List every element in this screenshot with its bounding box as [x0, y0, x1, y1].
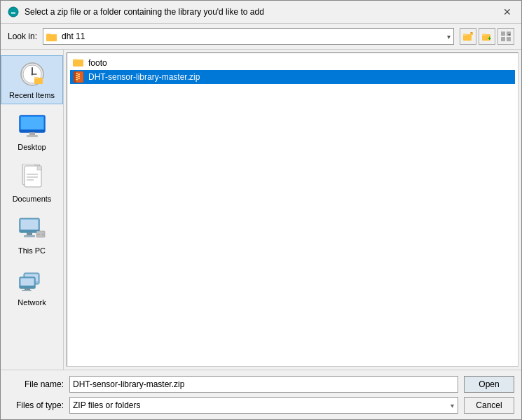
- sidebar-item-desktop[interactable]: Desktop: [1, 107, 63, 156]
- open-button[interactable]: Open: [464, 376, 514, 393]
- desktop-icon-container: [18, 112, 46, 140]
- recent-icon: [19, 61, 46, 88]
- new-folder-icon: +: [482, 31, 492, 41]
- new-folder-button[interactable]: +: [479, 28, 495, 45]
- svg-point-21: [31, 74, 33, 76]
- sidebar-item-network-label: Network: [18, 298, 46, 307]
- lookin-dropdown[interactable]: dht 11 ▾: [43, 28, 454, 45]
- lookin-bar: Look in: dht 11 ▾: [1, 24, 521, 49]
- file-item-folder-footo[interactable]: footo: [70, 56, 515, 70]
- svg-rect-61: [76, 73, 78, 74]
- svg-text:+: +: [488, 35, 491, 41]
- svg-rect-42: [21, 220, 38, 230]
- svg-rect-27: [29, 132, 35, 135]
- svg-rect-66: [78, 76, 80, 78]
- up-folder-button[interactable]: [460, 28, 476, 45]
- toolbar-buttons: +: [460, 28, 514, 45]
- svg-rect-62: [76, 75, 78, 76]
- sidebar-item-desktop-label: Desktop: [18, 143, 46, 151]
- svg-rect-15: [507, 37, 511, 41]
- sidebar-item-recent[interactable]: Recent Items: [1, 55, 63, 104]
- svg-rect-65: [78, 74, 80, 76]
- sidebar-item-recent-label: Recent Items: [9, 91, 55, 99]
- svg-rect-52: [21, 279, 34, 286]
- sidebar: Recent Items Desktop: [1, 50, 64, 370]
- file-browser[interactable]: footo: [67, 52, 518, 367]
- sidebar-item-documents-label: Documents: [13, 195, 52, 203]
- svg-rect-55: [22, 290, 32, 291]
- thispc-icon: [18, 217, 46, 242]
- svg-rect-12: [501, 31, 505, 36]
- view-menu-button[interactable]: [497, 28, 514, 45]
- app-icon: ∞: [8, 6, 19, 18]
- cancel-button[interactable]: Cancel: [464, 397, 514, 414]
- svg-rect-4: [46, 34, 57, 41]
- lookin-chevron: ▾: [447, 33, 451, 41]
- dialog-title: Select a zip file or a folder containing…: [25, 7, 264, 17]
- view-icon: [501, 31, 511, 41]
- svg-rect-6: [463, 34, 467, 36]
- filetype-label: Files of type:: [8, 400, 64, 410]
- svg-rect-28: [27, 135, 38, 137]
- svg-rect-10: [482, 34, 486, 36]
- svg-rect-64: [76, 79, 78, 80]
- folder-icon: [46, 32, 57, 41]
- svg-rect-25: [21, 117, 43, 130]
- content-area: Recent Items Desktop: [1, 49, 521, 370]
- svg-point-48: [41, 234, 43, 236]
- svg-rect-14: [501, 37, 505, 41]
- network-icon: [18, 269, 46, 294]
- documents-icon: [21, 164, 43, 192]
- svg-rect-45: [24, 235, 35, 237]
- bottom-bar: File name: Open Files of type: ZIP files…: [1, 370, 521, 419]
- title-bar: ∞ Select a zip file or a folder containi…: [1, 1, 521, 24]
- svg-rect-53: [20, 286, 35, 288]
- file-item-zip-dht[interactable]: DHT-sensor-library-master.zip: [70, 70, 515, 84]
- filename-label: File name:: [8, 379, 64, 389]
- network-icon-container: [18, 267, 46, 295]
- dialog: ∞ Select a zip file or a folder containi…: [0, 0, 522, 420]
- lookin-select-inner: dht 11: [46, 31, 85, 41]
- folder-footo-icon: [73, 57, 84, 69]
- sidebar-item-thispc[interactable]: This PC: [1, 211, 63, 260]
- svg-rect-13: [507, 31, 511, 36]
- recent-icon-container: [18, 60, 46, 88]
- filename-row: File name: Open: [8, 376, 514, 393]
- up-folder-icon: [463, 31, 473, 41]
- svg-rect-63: [76, 77, 78, 78]
- zip-dht-icon: [73, 71, 84, 83]
- zip-dht-name: DHT-sensor-library-master.zip: [88, 72, 200, 82]
- lookin-value: dht 11: [62, 31, 85, 41]
- filetype-select-wrapper: ZIP files or folders: [69, 397, 458, 414]
- documents-icon-container: [18, 164, 46, 192]
- sidebar-item-documents[interactable]: Documents: [1, 159, 63, 208]
- svg-rect-26: [20, 130, 45, 132]
- svg-rect-23: [34, 77, 39, 79]
- title-bar-left: ∞ Select a zip file or a folder containi…: [8, 6, 264, 18]
- filetype-row: Files of type: ZIP files or folders Canc…: [8, 397, 514, 414]
- svg-text:∞: ∞: [11, 9, 16, 16]
- close-button[interactable]: ✕: [500, 5, 514, 19]
- svg-rect-67: [78, 78, 80, 80]
- desktop-icon: [18, 114, 46, 138]
- sidebar-item-thispc-label: This PC: [18, 246, 46, 255]
- svg-rect-47: [37, 234, 40, 235]
- folder-footo-name: footo: [88, 58, 107, 68]
- filename-input[interactable]: [69, 376, 458, 393]
- sidebar-item-network[interactable]: Network: [1, 262, 63, 312]
- svg-rect-37: [37, 166, 41, 170]
- svg-rect-58: [73, 60, 83, 66]
- svg-rect-54: [25, 288, 30, 290]
- svg-rect-44: [27, 232, 32, 235]
- lookin-label: Look in:: [8, 31, 37, 41]
- thispc-icon-container: [18, 216, 46, 244]
- filetype-select[interactable]: ZIP files or folders: [69, 397, 458, 414]
